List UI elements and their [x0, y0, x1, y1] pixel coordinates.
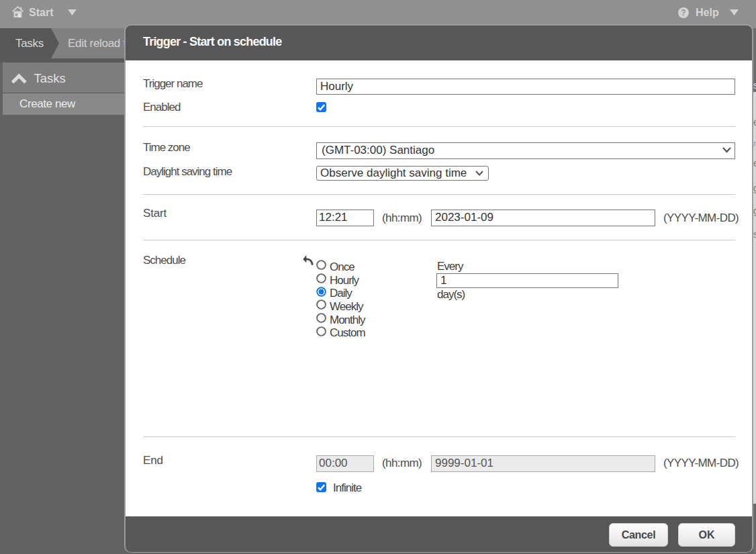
svg-text:?: ? [681, 8, 686, 17]
